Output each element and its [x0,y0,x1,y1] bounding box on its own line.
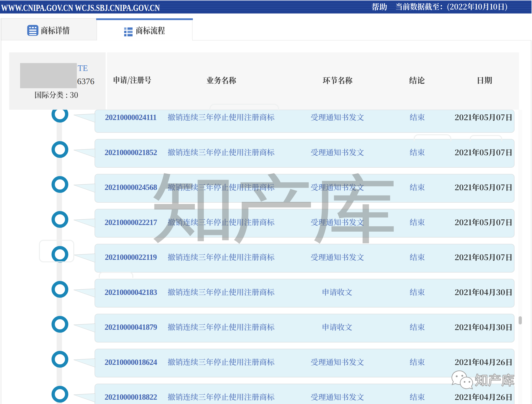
svg-text:WWW.CNIPA.GOV.CN WCJS.SBJ.CNIP: WWW.CNIPA.GOV.CN WCJS.SBJ.CNIPA.GOV.CN [1,3,160,13]
svg-text:20210000022217: 20210000022217 [105,218,157,227]
svg-text:20210000022119: 20210000022119 [105,253,157,262]
svg-text:20210000024111: 20210000024111 [105,113,156,122]
svg-text:20210000018624: 20210000018624 [105,358,157,367]
svg-text:20210000018822: 20210000018822 [105,393,157,401]
svg-text:20210000021852: 20210000021852 [105,148,157,157]
svg-text:20210000042183: 20210000042183 [105,288,157,297]
svg-text:20210000041879: 20210000041879 [105,323,157,332]
svg-text:6376: 6376 [77,77,94,86]
svg-text:20210000024568: 20210000024568 [105,183,157,192]
svg-text:TE: TE [78,64,88,73]
